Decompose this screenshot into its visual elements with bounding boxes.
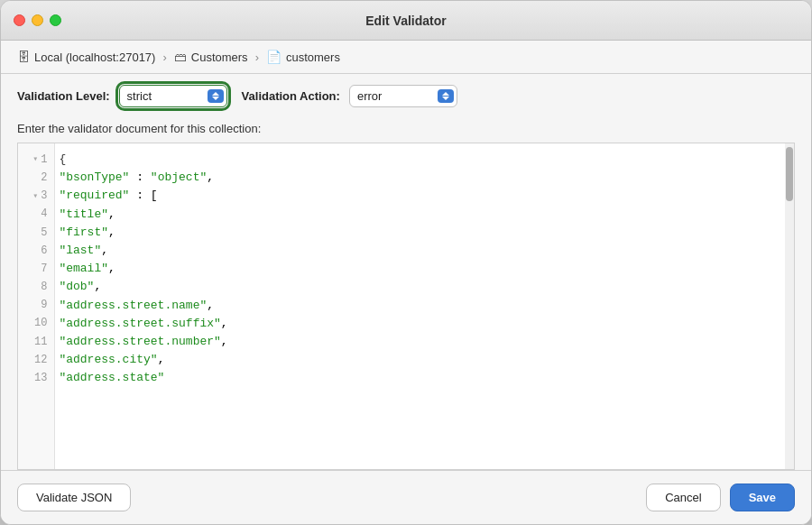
close-button[interactable] (14, 14, 25, 26)
breadcrumb-sep-2: › (255, 51, 259, 64)
validation-level-group: Validation Level: strict moderate off (17, 85, 227, 107)
code-line: "address.state" (59, 369, 778, 387)
validation-action-select[interactable]: error warn (349, 85, 457, 107)
validate-json-button[interactable]: Validate JSON (17, 484, 131, 511)
code-line: "address.city", (59, 351, 778, 369)
breadcrumb-database-label: Customers (191, 51, 248, 64)
line-number: 11 (18, 333, 54, 351)
validation-action-label: Validation Action: (242, 89, 340, 103)
line-number: 5 (18, 224, 54, 242)
scrollbar-thumb[interactable] (786, 147, 793, 201)
code-line: "address.street.suffix", (59, 315, 778, 333)
validation-level-select-wrapper[interactable]: strict moderate off (119, 85, 227, 107)
line-numbers: ▾12▾345678910111213 (18, 143, 55, 469)
save-button[interactable]: Save (730, 484, 795, 511)
breadcrumb-collection: 📄 customers (266, 50, 340, 64)
scrollbar[interactable] (785, 143, 794, 469)
breadcrumb-server: 🗄 Local (localhost:27017) (17, 50, 155, 64)
breadcrumb-collection-label: customers (286, 51, 340, 64)
validation-level-label: Validation Level: (17, 89, 110, 103)
collection-icon: 📄 (266, 50, 281, 64)
code-line: "dob", (59, 278, 778, 296)
code-line: { (59, 151, 778, 169)
code-content[interactable]: { "bsonType" : "object", "required" : [ … (55, 143, 785, 469)
breadcrumb-database: 🗃 Customers (174, 50, 248, 64)
traffic-lights (14, 14, 61, 26)
line-number: 6 (18, 242, 54, 260)
validation-action-select-wrapper[interactable]: error warn (349, 85, 457, 107)
code-line: "title", (59, 206, 778, 224)
breadcrumb-sep-1: › (162, 51, 166, 64)
line-number: 4 (18, 206, 54, 224)
cancel-button[interactable]: Cancel (646, 484, 720, 511)
line-number: ▾1 (18, 151, 54, 169)
code-line: "email", (59, 260, 778, 278)
controls-bar: Validation Level: strict moderate off Va… (1, 74, 811, 118)
line-number: 7 (18, 260, 54, 278)
instruction-text: Enter the validator document for this co… (1, 118, 811, 143)
titlebar: Edit Validator (1, 1, 811, 41)
code-line: "required" : [ (59, 187, 778, 205)
line-number: 8 (18, 278, 54, 296)
code-line: "bsonType" : "object", (59, 169, 778, 187)
line-number: 12 (18, 351, 54, 369)
footer-right-buttons: Cancel Save (646, 484, 795, 511)
code-line: "address.street.number", (59, 333, 778, 351)
server-icon: 🗄 (17, 50, 30, 64)
line-number: 9 (18, 297, 54, 315)
code-line: "address.street.name", (59, 297, 778, 315)
maximize-button[interactable] (50, 14, 61, 26)
line-number: 13 (18, 369, 54, 387)
validation-action-group: Validation Action: error warn (242, 85, 457, 107)
window-title: Edit Validator (365, 14, 446, 28)
breadcrumb: 🗄 Local (localhost:27017) › 🗃 Customers … (1, 41, 811, 74)
line-number: 2 (18, 169, 54, 187)
breadcrumb-server-label: Local (localhost:27017) (34, 51, 155, 64)
line-number: ▾3 (18, 187, 54, 205)
line-number: 10 (18, 315, 54, 333)
edit-validator-window: Edit Validator 🗄 Local (localhost:27017)… (0, 0, 812, 525)
footer: Validate JSON Cancel Save (1, 470, 811, 524)
validation-level-select[interactable]: strict moderate off (119, 85, 227, 107)
code-line: "last", (59, 242, 778, 260)
minimize-button[interactable] (32, 14, 43, 26)
database-icon: 🗃 (174, 50, 187, 64)
code-line: "first", (59, 224, 778, 242)
code-editor[interactable]: ▾12▾345678910111213 { "bsonType" : "obje… (17, 143, 795, 470)
